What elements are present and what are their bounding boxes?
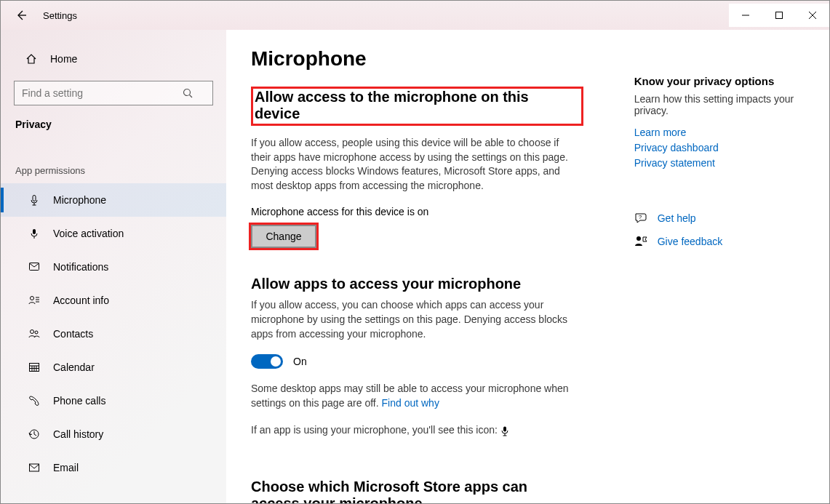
section1-desc: If you allow access, people using this d… — [251, 136, 571, 193]
minimize-icon — [742, 12, 749, 19]
maximize-icon — [775, 12, 783, 19]
sidebar-item-call-history[interactable]: Call history — [1, 417, 226, 451]
search-input[interactable] — [14, 81, 213, 105]
mic-access-status: Microphone access for this device is on — [251, 206, 583, 217]
section-title: Privacy — [1, 116, 226, 145]
help-icon: ? — [634, 212, 649, 225]
window-title: Settings — [43, 10, 77, 21]
window-controls — [729, 4, 829, 27]
home-nav[interactable]: Home — [1, 44, 226, 73]
icon-line-text: If an app is using your microphone, you'… — [251, 424, 498, 436]
get-help-link[interactable]: Get help — [658, 212, 696, 224]
find-out-why-link[interactable]: Find out why — [382, 397, 439, 409]
sidebar-item-phone-calls[interactable]: Phone calls — [1, 384, 226, 417]
privacy-links: Learn more Privacy dashboard Privacy sta… — [634, 125, 807, 171]
sidebar-item-label: Contacts — [53, 328, 93, 340]
page-title: Microphone — [251, 47, 583, 71]
account-info-icon — [27, 295, 41, 306]
sidebar-item-voice-activation[interactable]: Voice activation — [1, 217, 226, 250]
maximize-button[interactable] — [762, 4, 796, 27]
calendar-icon — [27, 361, 41, 373]
microphone-inuse-icon — [500, 424, 509, 436]
sidebar: Home Privacy App permissions Microphone … — [1, 30, 226, 503]
feedback-row: Give feedback — [634, 235, 807, 248]
sidebar-item-calendar[interactable]: Calendar — [1, 351, 226, 384]
svg-point-14 — [35, 331, 38, 334]
svg-rect-23 — [503, 426, 506, 431]
privacy-options-heading: Know your privacy options — [634, 75, 807, 87]
sidebar-item-label: Email — [53, 462, 79, 473]
section2-heading: Allow apps to access your microphone — [251, 276, 583, 292]
sidebar-item-email[interactable]: Email — [1, 451, 226, 484]
close-button[interactable] — [796, 4, 829, 27]
center-column: Microphone Allow access to the microphon… — [251, 47, 583, 503]
section3-heading: Choose which Microsoft Store apps can ac… — [251, 479, 556, 503]
privacy-statement-link[interactable]: Privacy statement — [634, 156, 807, 171]
sidebar-item-label: Notifications — [53, 261, 108, 273]
microphone-icon — [27, 194, 41, 206]
sidebar-item-label: Microphone — [53, 194, 106, 206]
section2-desc: If you allow access, you can choose whic… — [251, 298, 571, 341]
home-icon — [25, 53, 40, 65]
apps-access-toggle-row: On — [251, 354, 583, 369]
sidebar-item-label: Phone calls — [53, 395, 105, 407]
sidebar-item-label: Account info — [53, 295, 109, 306]
titlebar: Settings — [1, 1, 829, 30]
sidebar-item-label: Call history — [53, 428, 103, 440]
svg-rect-6 — [33, 196, 36, 201]
get-help-row: ? Get help — [634, 212, 807, 225]
sidebar-item-label: Voice activation — [53, 228, 124, 239]
apps-access-toggle[interactable] — [251, 354, 283, 369]
sidebar-item-notifications[interactable]: Notifications — [1, 250, 226, 284]
body: Home Privacy App permissions Microphone … — [1, 30, 829, 503]
back-button[interactable] — [12, 7, 30, 24]
sidebar-item-microphone[interactable]: Microphone — [1, 183, 226, 217]
privacy-options-desc: Learn how this setting impacts your priv… — [634, 93, 807, 116]
group-label: App permissions — [1, 145, 226, 183]
mic-in-use-line: If an app is using your microphone, you'… — [251, 423, 571, 438]
svg-rect-1 — [776, 12, 783, 19]
toggle-state-label: On — [293, 356, 307, 367]
svg-point-25 — [637, 236, 641, 241]
svg-point-9 — [31, 297, 34, 300]
change-button[interactable]: Change — [251, 225, 316, 248]
section1-heading: Allow access to the microphone on this d… — [251, 87, 583, 126]
arrow-left-icon — [15, 9, 27, 21]
voice-activation-icon — [27, 228, 41, 239]
contacts-icon — [27, 328, 41, 340]
desktop-apps-note: Some desktop apps may still be able to a… — [251, 382, 571, 410]
history-icon — [27, 428, 41, 440]
sidebar-item-contacts[interactable]: Contacts — [1, 317, 226, 351]
minimize-button[interactable] — [729, 4, 762, 27]
svg-text:?: ? — [638, 214, 642, 220]
sidebar-item-label: Calendar — [53, 361, 95, 373]
close-icon — [809, 12, 816, 19]
privacy-dashboard-link[interactable]: Privacy dashboard — [634, 140, 807, 156]
main-panel: Microphone Allow access to the microphon… — [226, 30, 829, 503]
search-wrap — [14, 81, 213, 105]
settings-window: Settings Home Privacy App permissio — [0, 0, 830, 504]
email-icon — [27, 462, 41, 473]
home-label: Home — [50, 53, 77, 65]
sidebar-item-account-info[interactable]: Account info — [1, 284, 226, 317]
feedback-icon — [634, 235, 649, 248]
nav-list: Microphone Voice activation Notification… — [1, 183, 226, 503]
phone-icon — [27, 395, 41, 407]
give-feedback-link[interactable]: Give feedback — [658, 236, 723, 247]
notifications-icon — [27, 261, 41, 273]
svg-rect-7 — [33, 229, 36, 234]
learn-more-link[interactable]: Learn more — [634, 125, 807, 140]
svg-point-13 — [31, 330, 34, 334]
right-column: Know your privacy options Learn how this… — [634, 47, 807, 503]
